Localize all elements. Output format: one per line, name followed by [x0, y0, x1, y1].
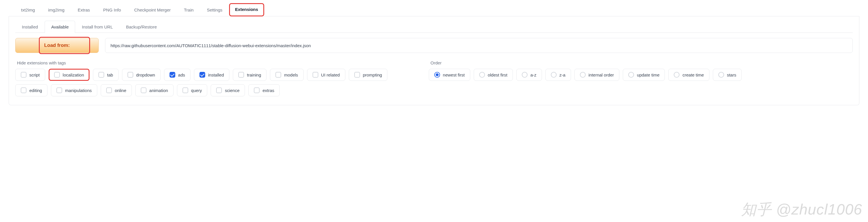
chip-label: science	[225, 88, 240, 93]
checkbox-icon	[21, 72, 27, 77]
chip-label: localization	[63, 72, 84, 77]
radio-icon	[551, 72, 557, 77]
tab-label: Checkpoint Merger	[134, 7, 170, 12]
checkbox-icon	[106, 88, 112, 93]
order-chip-update-time[interactable]: update time	[623, 69, 665, 81]
tab-pnginfo[interactable]: PNG Info	[97, 3, 128, 17]
tag-chip-editing[interactable]: editing	[15, 84, 48, 96]
sub-tab-label: Available	[51, 25, 69, 29]
sub-tab-install-url[interactable]: Install from URL	[75, 21, 119, 33]
sub-tab-available[interactable]: Available	[44, 21, 75, 33]
tag-chip-installed[interactable]: installed	[194, 69, 229, 81]
tag-chip-UI-related[interactable]: UI related	[307, 69, 345, 81]
chip-label: ads	[178, 72, 185, 77]
chip-label: stars	[727, 72, 737, 77]
order-chip-list: newest firstoldest firsta-zz-ainternal o…	[429, 69, 831, 81]
chip-label: editing	[29, 88, 42, 93]
filters-row: Hide extensions with tags scriptlocaliza…	[15, 60, 853, 96]
tab-extras[interactable]: Extras	[71, 3, 97, 17]
order-label: Order	[429, 60, 831, 65]
tag-chip-training[interactable]: training	[233, 69, 267, 81]
checkbox-icon	[54, 72, 60, 77]
tag-chip-tab[interactable]: tab	[93, 69, 119, 81]
tab-train[interactable]: Train	[177, 3, 200, 17]
tab-label: Extras	[78, 7, 90, 12]
chip-label: update time	[637, 72, 659, 77]
chip-label: manipulations	[65, 88, 92, 93]
radio-icon	[434, 72, 440, 77]
checkbox-icon	[98, 72, 104, 77]
tab-label: img2img	[48, 7, 64, 12]
tag-chip-manipulations[interactable]: manipulations	[51, 84, 97, 96]
radio-icon	[718, 72, 724, 77]
extension-index-url-input[interactable]: https://raw.githubusercontent.com/AUTOMA…	[105, 38, 853, 53]
radio-icon	[580, 72, 586, 77]
tab-extensions[interactable]: Extensions	[229, 3, 264, 17]
chip-label: oldest first	[488, 72, 507, 77]
checkbox-icon	[183, 88, 188, 93]
checkbox-icon	[354, 72, 360, 77]
radio-icon	[674, 72, 680, 77]
checkbox-icon	[238, 72, 244, 77]
order-chip-internal-order[interactable]: internal order	[575, 69, 619, 81]
tag-chip-models[interactable]: models	[270, 69, 303, 81]
load-button-label: Load from:	[44, 42, 70, 48]
chip-label: z-a	[559, 72, 565, 77]
checkbox-icon	[313, 72, 318, 77]
chip-label: online	[115, 88, 126, 93]
tab-settings[interactable]: Settings	[200, 3, 229, 17]
checkbox-icon	[275, 72, 281, 77]
tag-chip-dropdown[interactable]: dropdown	[122, 69, 161, 81]
checkbox-icon	[254, 88, 259, 93]
chip-label: training	[247, 72, 261, 77]
load-from-button[interactable]: Load from:	[15, 38, 99, 53]
order-chip-create-time[interactable]: create time	[668, 69, 709, 81]
chip-label: a-z	[530, 72, 536, 77]
chip-label: prompting	[363, 72, 382, 77]
tag-chip-localization[interactable]: localization	[49, 69, 90, 81]
chip-label: script	[29, 72, 40, 77]
checkbox-icon	[127, 72, 133, 77]
checkbox-icon	[141, 88, 147, 93]
order-chip-stars[interactable]: stars	[713, 69, 742, 81]
order-chip-a-z[interactable]: a-z	[516, 69, 542, 81]
chip-label: tab	[107, 72, 113, 77]
tag-chip-ads[interactable]: ads	[164, 69, 190, 81]
tab-label: Extensions	[235, 7, 258, 12]
tag-chip-query[interactable]: query	[177, 84, 208, 96]
tab-img2img[interactable]: img2img	[41, 3, 71, 17]
tag-chip-extras[interactable]: extras	[248, 84, 280, 96]
radio-icon	[479, 72, 485, 77]
extensions-panel: Installed Available Install from URL Bac…	[9, 17, 859, 105]
tab-label: txt2img	[21, 7, 35, 12]
sub-tab-label: Installed	[22, 25, 38, 29]
tag-chip-science[interactable]: science	[211, 84, 245, 96]
sub-tab-label: Backup/Restore	[126, 25, 157, 29]
sub-tab-backup-restore[interactable]: Backup/Restore	[119, 21, 163, 33]
checkbox-icon	[216, 88, 222, 93]
order-chip-oldest-first[interactable]: oldest first	[474, 69, 513, 81]
checkbox-icon	[56, 88, 62, 93]
checkbox-icon	[199, 72, 205, 77]
chip-label: models	[284, 72, 298, 77]
tab-txt2img[interactable]: txt2img	[14, 3, 41, 17]
sub-tab-installed[interactable]: Installed	[15, 21, 44, 33]
chip-label: extras	[262, 88, 274, 93]
checkbox-icon	[169, 72, 175, 77]
chip-label: animation	[149, 88, 168, 93]
tab-label: PNG Info	[103, 7, 121, 12]
tab-checkpoint-merger[interactable]: Checkpoint Merger	[127, 3, 177, 17]
tab-label: Settings	[207, 7, 222, 12]
tag-chip-animation[interactable]: animation	[135, 84, 174, 96]
chip-label: internal order	[589, 72, 614, 77]
tag-chip-prompting[interactable]: prompting	[349, 69, 388, 81]
order-section: Order newest firstoldest firsta-zz-ainte…	[429, 60, 831, 96]
chip-label: UI related	[321, 72, 340, 77]
sub-tab-label: Install from URL	[82, 25, 113, 29]
chip-label: newest first	[443, 72, 465, 77]
order-chip-newest-first[interactable]: newest first	[429, 69, 470, 81]
tag-chip-script[interactable]: script	[15, 69, 45, 81]
tag-chip-online[interactable]: online	[101, 84, 132, 96]
sub-tab-bar: Installed Available Install from URL Bac…	[15, 21, 853, 33]
order-chip-z-a[interactable]: z-a	[546, 69, 571, 81]
